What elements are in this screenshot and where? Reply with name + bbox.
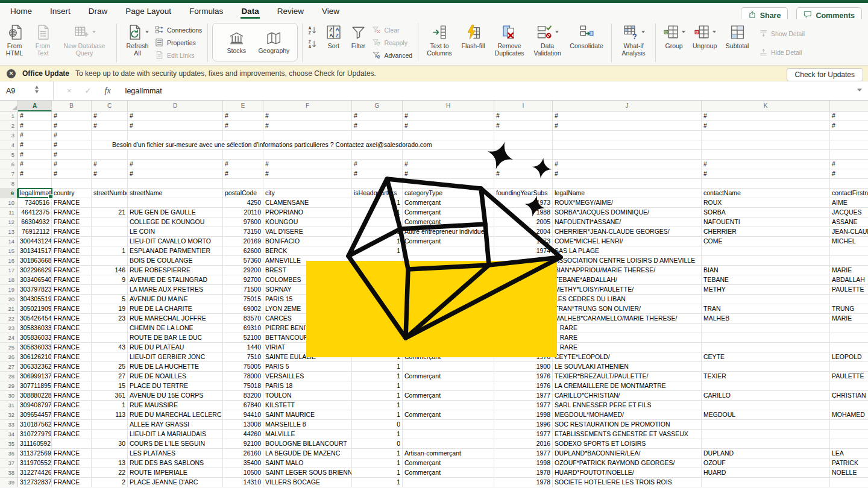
cell[interactable]: MOHAMED [830,410,868,420]
cell[interactable]: # [702,111,830,121]
edit-links-button[interactable]: Edit Links [155,49,202,61]
cell[interactable]: Commerçant [403,458,494,468]
cell[interactable]: SOCIETE HOTELIERE LES TROIS ROIS [553,478,702,487]
row-header[interactable]: 23 [0,324,18,333]
cell[interactable]: VILLERS BOCAGE [263,478,352,487]
cell[interactable]: 305836033 [18,324,52,333]
column-header[interactable] [830,101,868,111]
cell[interactable]: # [702,160,830,169]
cell[interactable]: # [702,169,830,179]
cell[interactable]: 1 [352,391,403,401]
cell[interactable] [92,420,128,430]
cell[interactable]: FRANCE [52,208,92,217]
cell[interactable]: 306332362 [18,362,52,372]
cell[interactable]: 71500 [223,285,263,295]
cell[interactable]: 5 [92,295,128,304]
cell[interactable] [403,381,494,391]
cell[interactable]: Artisan-commerçant [403,449,494,458]
filter-button[interactable]: Filter [347,22,369,50]
row-header[interactable]: 4 [0,140,18,150]
cell[interactable] [702,140,830,150]
row-header[interactable]: 12 [0,217,18,227]
cell[interactable]: CARILLO*CHRISTIAN/ [553,391,702,401]
cancel-icon[interactable]: × [67,86,72,95]
tab-draw[interactable]: Draw [88,4,108,19]
cell[interactable] [403,362,494,372]
cell[interactable]: 46412375 [18,208,52,217]
cell[interactable]: 1977 [494,401,553,410]
cell[interactable] [830,439,868,449]
cell[interactable]: # [403,169,494,179]
from-html-button[interactable]: From HTML [2,22,27,57]
column-header[interactable]: K [702,101,830,111]
cell[interactable]: # [223,121,263,131]
cell[interactable] [494,150,553,160]
cell[interactable]: 1 [352,449,403,458]
cell[interactable]: BERCK [263,246,352,256]
cell[interactable]: AVENUE DE STALINGRAD [128,275,223,285]
cell[interactable]: 1 [352,478,403,487]
cell[interactable] [494,179,553,189]
cell[interactable]: FRANCE [52,227,92,237]
cell[interactable]: JACQUES [830,208,868,217]
cell[interactable]: LIEU-DIT CAVALLO MORTO [128,237,223,246]
cell[interactable] [92,198,128,208]
cell[interactable]: categoryType [403,189,494,198]
row-header[interactable]: 26 [0,352,18,362]
cell[interactable]: # [128,160,223,169]
connections-button[interactable]: Connections [155,23,202,36]
cell[interactable] [352,179,403,189]
cell[interactable] [263,131,352,140]
cell[interactable]: # [18,131,52,140]
cell[interactable]: 1998 [494,410,553,420]
cell[interactable]: 75018 [223,381,263,391]
cell[interactable]: SAINT MALO [263,458,352,468]
name-box[interactable]: A9 [0,81,54,100]
tab-formulas[interactable]: Formulas [189,4,224,19]
cell[interactable]: COME [702,237,830,246]
row-header[interactable]: 31 [0,401,18,410]
cell[interactable]: AIME [830,198,868,208]
cell[interactable]: # [702,121,830,131]
column-header[interactable]: D [128,101,223,111]
cell[interactable]: METHY [702,285,830,295]
cell[interactable]: # [52,131,92,140]
cell[interactable]: TOULON [263,391,352,401]
cell[interactable]: streetNumber [92,189,128,198]
cell[interactable]: 1900 [494,362,553,372]
cell[interactable]: 301863668 [18,256,52,266]
cell[interactable] [830,140,868,150]
cell[interactable]: VAL D'ISERE [263,227,352,237]
cell[interactable]: 20110 [223,208,263,217]
cell[interactable]: LA MARE AUX PRETRES [128,285,223,295]
cell[interactable]: RUE DU MARECHAL LECLERC [128,410,223,420]
row-header[interactable]: 21 [0,304,18,314]
cell[interactable] [702,362,830,372]
cell[interactable]: # [403,160,494,169]
cell[interactable]: 27 [92,372,128,381]
cell[interactable]: AVENUE DU MAINE [128,295,223,304]
cell[interactable] [702,150,830,160]
cell[interactable] [352,131,403,140]
cell[interactable]: # [52,121,92,131]
cell[interactable]: MARSEILLE 8 [263,420,352,430]
cell[interactable]: 2016 [494,439,553,449]
cell[interactable] [52,179,92,189]
cell[interactable]: # [830,169,868,179]
cell[interactable]: LIEU-DIT LA MARIAUDAIS [128,430,223,439]
cell[interactable] [702,430,830,439]
cell[interactable] [92,333,128,343]
cell[interactable]: 1978 [494,468,553,478]
cell[interactable] [263,179,352,189]
cell[interactable]: FRANCE [52,458,92,468]
cell[interactable]: 1977 [494,391,553,401]
cell[interactable]: 309654457 [18,410,52,420]
cell[interactable]: MICHEL [830,237,868,246]
cell[interactable]: Autre entrepreneur individuel [403,227,494,237]
sort-ascending-icon[interactable]: AZ [308,26,320,35]
cell[interactable] [18,179,52,189]
cell[interactable]: Commerçant [403,410,494,420]
refresh-all-button[interactable]: Refresh All [123,22,152,57]
cell[interactable]: FRANCE [52,381,92,391]
cell[interactable] [128,198,223,208]
